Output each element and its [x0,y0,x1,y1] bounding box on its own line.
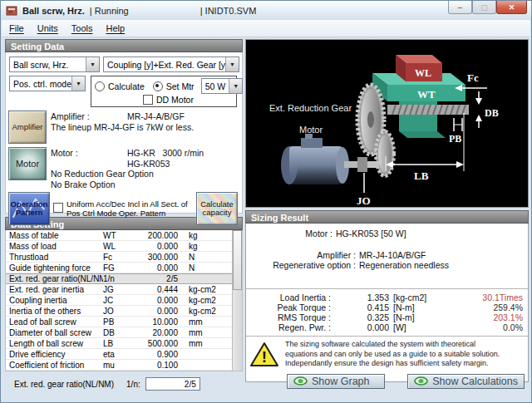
ratio-value: 0.0% [465,322,528,332]
table-row[interactable]: Thrustload Fc 300.000 N [6,252,242,263]
svg-text:!: ! [262,348,267,366]
sizing-result-body: Motor : HG-KR053 [50 W] Amplifier : MR-J… [245,224,529,382]
chevron-down-icon[interactable]: ▼ [71,76,85,91]
maximize-button[interactable]: ▢ [472,1,496,14]
sizing-result-header: Sizing Result [245,210,529,224]
calculate-radio[interactable] [95,81,105,91]
data-setting-table: Mass of table WT 200.000 kg Mass of load… [5,230,243,371]
table-row[interactable]: Inertia of the others JO 0.000 kg-cm2 [6,306,242,317]
warning-text: The sizing software calculated the syste… [285,340,500,369]
menu-item[interactable]: Tools [71,23,93,33]
table-row[interactable]: Coefficient of friction mu 0.100 [6,360,242,371]
sizing-value-row: Load Inertia : 1.353 [kg-cm2] 30.1Times [246,292,528,302]
amplifier-model: MR-J4-A/B/GF [127,111,185,122]
gear-ratio-edit-label: Ext. red. gear ratio(NL/NM) [14,380,114,389]
chevron-down-icon[interactable]: ▼ [86,57,99,71]
chevron-down-icon[interactable]: ▼ [225,57,239,71]
set-mtr-radio[interactable] [153,81,163,91]
minimize-button[interactable]: – [448,1,472,14]
table-row[interactable]: Ext. red. gear inertia JG 0.444 kg-cm2 [6,284,242,295]
amplifier-info: Amplifier : MR-J4-A/B/GF The lineup MR-J… [51,111,194,132]
table-row[interactable]: Lead of ball screw PB 10.000 mm [6,317,242,327]
calculate-capacity-button[interactable]: Calculate capacity [196,192,238,225]
sizing-value-row: Peak Torque : 0.415 [N-m] 259.4% [246,302,528,312]
label-wt: WT [417,88,436,101]
label-ext-reduction-gear: Ext. Reduction Gear [269,103,352,113]
motor-note-2: No Brake Option [51,179,204,190]
setting-panel: Setting Data Ball scrw, Hrz. ▼ Coupling … [5,39,243,381]
mechanism-diagram: Ext. Reduction Gear Motor WL WT Fc DB PB… [245,39,529,208]
menu-item[interactable]: File [9,23,24,33]
gear-ratio-edit-symbol: 1/n: [126,380,140,389]
eye-icon [414,376,428,386]
gear-ratio-input[interactable] [145,377,200,391]
motor-info: Motor : HG-KR 3000 r/min HG-KR053 No Red… [51,147,204,189]
ratio-value: 203.1% [465,312,528,322]
title-bar[interactable]: Ball scrw, Hrz. | Running | INIDT0.SVM –… [1,1,531,21]
window-filename: | INIDT0.SVM [200,6,257,16]
table-row[interactable]: Guide tightening force FG 0.000 N [6,263,242,273]
result-amplifier: MR-J4-10A/B/GF [356,250,426,260]
sizing-value-row: RMS Torque : 0.325 [N-m] 203.1% [246,312,528,322]
result-regenerative-option: Regeneration needless [356,260,449,270]
amplifier-button[interactable]: Amplifier [8,111,47,144]
table-row[interactable]: Mass of load WL 0.000 kg [6,241,242,252]
table-row[interactable]: Length of ball screw LB 500.000 mm [6,338,242,349]
app-icon [6,5,18,17]
sizing-values: Load Inertia : 1.353 [kg-cm2] 30.1Times … [246,288,528,337]
motor-note-1: No Reduction Gear Option [51,169,204,179]
label-db: DB [485,107,499,119]
close-button[interactable]: ✕ [496,1,527,14]
table-row[interactable]: Coupling inertia JC 0.000 kg-cm2 [6,295,242,306]
table-row[interactable]: Ext. red. gear ratio(NL/NM) 1/n 2/5 [6,273,242,284]
table-row[interactable]: Drive efficiency eta 0.900 [6,349,242,360]
label-jo: JO [357,194,371,207]
sizing-value-row: Regen. Pwr. : 0.000 [W] 0.0% [246,322,528,332]
uniform-accdec-checkbox[interactable] [53,203,63,213]
eye-icon [293,376,308,386]
amplifier-note: The lineup MR-J4-GF is 7kW or less. [51,122,194,133]
motor-model: HG-KR053 [51,159,204,170]
ratio-value: 259.4% [465,302,528,312]
warning-icon: ! [249,342,279,367]
label-motor: Motor [299,125,323,135]
warning-area: ! The sizing software calculated the sys… [246,337,528,371]
window-status: | Running [90,6,129,16]
scrollbar-thumb[interactable] [233,230,242,290]
setting-data-body: Ball scrw, Hrz. ▼ Coupling [y]+Ext. Red.… [5,52,243,214]
menu-item[interactable]: Units [37,23,58,33]
label-fc: Fc [467,71,479,84]
coupling-dropdown[interactable]: Coupling [y]+Ext. Red. Gear [y] ▼ [103,57,239,72]
capacity-groupbox: Calculate Set Mtr 50 W ▼ DD Motor [91,76,237,107]
setting-data-header: Setting Data [5,39,243,52]
window-title: Ball scrw, Hrz. [22,6,85,16]
capacity-dropdown[interactable]: 50 W ▼ [201,78,244,94]
ratio-value: 30.1Times [465,292,528,302]
table-row[interactable]: Mass of table WT 200.000 kg [6,230,242,241]
label-wl: WL [415,67,431,79]
mechanism-dropdown[interactable]: Ball scrw, Hrz. ▼ [9,57,100,72]
table-row[interactable]: Diameter of ball screw DB 20.000 mm [6,327,242,338]
result-motor: HG-KR053 [50 W] [332,229,406,238]
motor-series: HG-KR 3000 r/min [127,148,204,159]
app-window: Ball scrw, Hrz. | Running | INIDT0.SVM –… [0,0,532,403]
chevron-down-icon[interactable]: ▼ [229,79,242,93]
control-mode-dropdown[interactable]: Pos. ctrl. mode ▼ [9,76,86,91]
menu-bar: FileUnitsToolsHelp [2,20,530,37]
show-calculations-button[interactable]: Show Calculations [407,374,525,389]
motor-button[interactable]: Motor [8,147,47,180]
operation-pattern-button[interactable]: Operation Pattern [8,192,50,225]
gear-ratio-edit-row: Ext. red. gear ratio(NL/NM) 1/n: [5,377,243,391]
label-lb: LB [414,170,429,182]
result-panel: Ext. Reduction Gear Motor WL WT Fc DB PB… [245,39,529,383]
menu-item[interactable]: Help [106,23,125,33]
dd-motor-checkbox[interactable] [143,95,153,105]
label-pb: PB [449,133,461,145]
ball-screw-illustration: Ext. Reduction Gear Motor WL WT Fc DB PB… [246,40,528,207]
show-graph-button[interactable]: Show Graph [287,374,385,389]
table-scrollbar[interactable] [232,230,242,371]
